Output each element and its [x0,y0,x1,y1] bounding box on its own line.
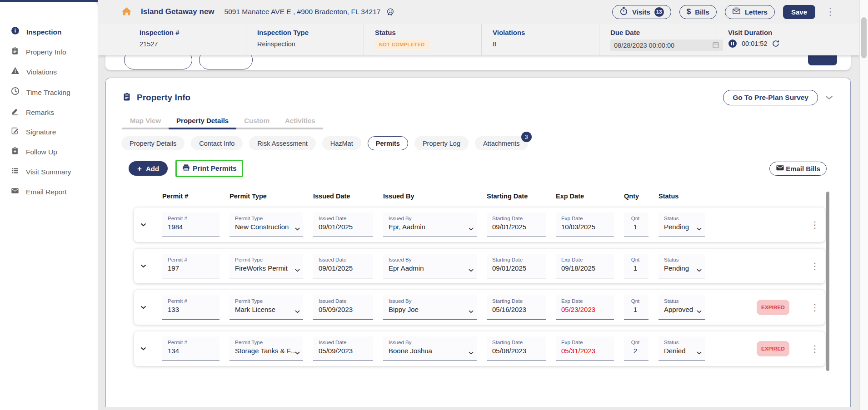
chevron-down-icon [469,266,474,274]
sidebar-item-follow-up[interactable]: Follow Up [0,142,98,162]
email-bills-button[interactable]: Email Bills [769,162,827,176]
cell-label: Qnt [626,257,645,262]
sidebar-item-label: Follow Up [26,147,57,157]
chip-count-badge: 3 [521,132,532,142]
permit-number-cell[interactable]: Permit # 1984 [162,212,219,237]
sidebar-item-time-tracking[interactable]: Time Tracking [0,82,98,103]
sidebar-item-violations[interactable]: Violations [0,62,98,82]
sidebar-item-inspection[interactable]: Inspection [0,22,98,42]
permit-number-cell[interactable]: Permit # 133 [162,295,219,320]
exp-date-cell[interactable]: Exp Date 09/18/2025 [556,254,614,278]
tab[interactable]: Map View [122,114,169,129]
go-to-preplan-survey-button[interactable]: Go To Pre-Plan Survey [723,90,818,105]
sidebar-item-signature[interactable]: Signature [0,122,98,142]
issued-date-cell[interactable]: Issued Date 09/01/2025 [313,254,373,278]
field-due-date: Due Date 08/28/2023 00:00:00 [599,24,717,55]
column-header: Permit # [162,193,219,200]
cell-label: Permit # [168,216,216,221]
expand-row-chevron-icon[interactable] [134,264,152,268]
sub-tab-chip[interactable]: Property Log [414,136,469,150]
pause-button[interactable] [728,39,737,48]
issued-by-cell[interactable]: Issued By Epr Aadmin [383,254,477,278]
letters-button[interactable]: Letters [725,5,775,19]
issued-date-cell[interactable]: Issued Date 05/09/2023 [313,336,373,361]
issued-date-cell[interactable]: Issued Date 05/09/2023 [313,295,373,320]
field-label: Status [375,29,481,36]
sidebar-item-remarks[interactable]: Remarks [0,103,98,123]
chip-label: Attachments [483,140,520,147]
bills-button[interactable]: $ Bills [679,5,717,19]
exp-date-cell[interactable]: Exp Date 05/23/2023 [556,295,614,320]
page-scrollbar-thumb[interactable] [861,17,867,58]
starting-date-cell[interactable]: Starting Date 05/16/2023 [487,295,546,320]
cell-label: Issued Date [319,257,369,262]
table-scrollbar-thumb[interactable] [826,192,829,371]
exp-date-cell[interactable]: Exp Date 05/31/2023 [556,336,614,361]
issued-by-cell[interactable]: Issued By Epr, Aadmin [383,212,477,237]
sub-tab-chip[interactable]: HazMat [322,136,361,150]
qnt-cell[interactable]: Qnt 1 [624,295,649,320]
sub-tab-chip[interactable]: Contact Info [191,136,243,150]
permit-type-cell[interactable]: Permit Type Storage Tanks & F... [229,336,303,361]
cell-label: Issued By [389,298,473,304]
field-label: Inspection # [140,29,246,36]
sidebar-top-accent [0,0,98,2]
status-cell[interactable]: Status Denied [658,336,705,361]
tab[interactable]: Custom [236,114,277,129]
sidebar-item-email-report[interactable]: Email Report [0,182,98,202]
cell-value: Epr Aadmin [389,264,473,272]
permit-number-cell[interactable]: Permit # 197 [162,254,219,278]
sub-tab-chip[interactable]: Risk Assessment [249,136,315,150]
add-permit-button[interactable]: + Add [129,161,168,176]
issued-date-cell[interactable]: Issued Date 09/01/2025 [313,212,373,237]
expand-row-chevron-icon[interactable] [134,347,152,351]
exp-date-cell[interactable]: Exp Date 10/03/2025 [556,212,614,237]
header-kebab-menu[interactable]: ⋮ [823,7,837,16]
sub-tab-chip[interactable]: Permits [368,136,408,150]
visits-button[interactable]: Visits 13 [612,5,671,19]
starting-date-cell[interactable]: Starting Date 05/08/2023 [487,336,546,361]
qnt-cell[interactable]: Qnt 2 [624,336,649,361]
chip-label: Property Details [130,140,176,147]
cell-value: 197 [168,264,216,272]
sidebar-item-label: Email Report [26,187,67,197]
sub-tab-chip[interactable]: Attachments 3 [475,136,528,150]
permit-type-cell[interactable]: Permit Type New Construction [229,212,303,237]
permits-table-header: Permit #Permit TypeIssued DateIssued ByS… [134,193,825,200]
cell-label: Starting Date [492,340,542,345]
starting-date-cell[interactable]: Starting Date 09/01/2025 [487,212,546,237]
cell-value: 1984 [168,223,216,231]
expand-row-chevron-icon[interactable] [134,223,152,227]
issued-by-cell[interactable]: Issued By Boone Joshua [383,336,477,361]
status-cell[interactable]: Status Approved [658,295,705,320]
field-label: Violations [493,29,599,36]
tab[interactable]: Property Details [169,114,236,129]
cell-value: 1 [626,306,645,313]
row-kebab-menu[interactable]: ⋮ [805,219,825,231]
print-permits-button[interactable]: Print Permits [179,162,239,175]
sidebar-item-visit-summary[interactable]: Visit Summary [0,162,98,182]
row-kebab-menu[interactable]: ⋮ [805,260,825,272]
status-cell[interactable]: Status Pending [658,254,705,278]
waze-icon[interactable] [386,8,394,16]
starting-date-cell[interactable]: Starting Date 09/01/2025 [487,254,546,278]
restart-timer-button[interactable] [772,40,780,48]
sidebar-item-property-info[interactable]: Property Info [0,42,98,62]
permit-type-cell[interactable]: Permit Type Mark License [229,295,303,320]
cell-label: Issued Date [319,340,369,345]
permit-number-cell[interactable]: Permit # 134 [162,336,219,361]
qnt-cell[interactable]: Qnt 1 [624,212,649,237]
expand-row-chevron-icon[interactable] [134,306,152,309]
due-date-input[interactable]: 08/28/2023 00:00:00 [610,40,723,51]
column-header: Exp Date [556,193,614,200]
sub-tab-chip[interactable]: Property Details [121,136,185,150]
tab[interactable]: Activities [277,114,323,129]
row-kebab-menu[interactable]: ⋮ [805,343,825,355]
save-button[interactable]: Save [783,5,815,19]
permit-type-cell[interactable]: Permit Type FireWorks Permit [229,254,303,278]
row-kebab-menu[interactable]: ⋮ [805,301,825,313]
status-cell[interactable]: Status Pending [658,212,705,237]
issued-by-cell[interactable]: Issued By Bippy Joe [383,295,477,320]
qnt-cell[interactable]: Qnt 1 [624,254,649,278]
collapse-chevron-icon[interactable] [825,94,833,102]
